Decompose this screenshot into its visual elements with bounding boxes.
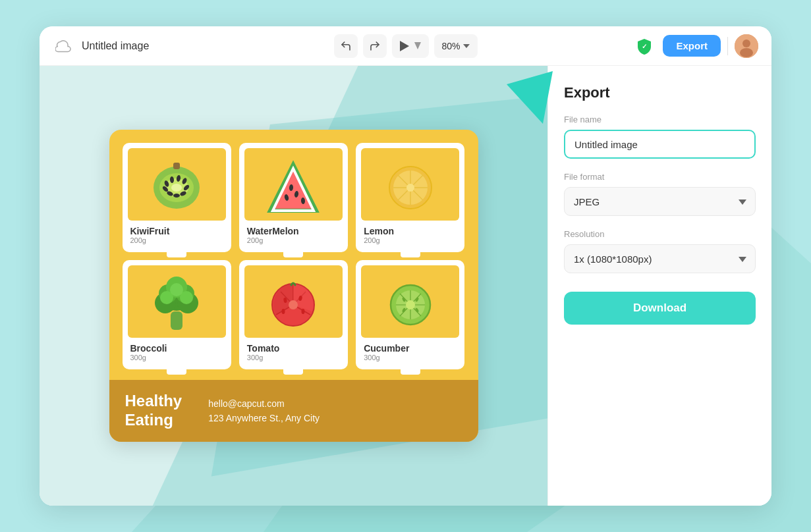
body: KiwiFruit 200g: [40, 66, 771, 506]
undo-button[interactable]: [333, 34, 357, 58]
footer-title: Healthy Eating: [125, 392, 182, 430]
fruit-item-kiwi: KiwiFruit 200g: [123, 143, 231, 252]
fruit-weight-broccoli: 300g: [128, 354, 226, 361]
download-button[interactable]: Download: [564, 292, 756, 325]
file-name-label: File name: [564, 115, 756, 124]
resolution-label: Resolution: [564, 229, 756, 239]
footer-email: hello@capcut.com: [208, 396, 320, 411]
footer-contact: hello@capcut.com 123 Anywhere St., Any C…: [208, 396, 320, 426]
broccoli-image: [128, 265, 226, 338]
zoom-label: 80%: [441, 41, 460, 51]
play-button[interactable]: [391, 34, 428, 58]
resolution-field: Resolution 1x (1080*1080px) 2x (2160*216…: [564, 229, 756, 273]
svg-marker-2: [399, 41, 408, 51]
file-format-select[interactable]: JPEG PNG PDF SVG: [564, 187, 756, 216]
toolbar: Untitled image: [40, 26, 771, 66]
fruit-weight-cucumber: 300g: [361, 354, 459, 361]
fruit-name-cucumber: Cucumber: [361, 343, 459, 354]
design-footer: Healthy Eating hello@capcut.com 123 Anyw…: [109, 380, 478, 442]
fruit-item-broccoli: Broccoli 300g: [123, 260, 231, 369]
fruit-weight-watermelon: 200g: [244, 236, 343, 244]
svg-point-48: [170, 283, 183, 296]
svg-point-53: [302, 309, 305, 314]
svg-point-54: [282, 309, 285, 314]
file-name-input[interactable]: [564, 130, 756, 159]
panel-title: Export: [564, 84, 756, 101]
export-panel: Export File name File format JPEG PNG PD…: [547, 66, 771, 506]
fruit-item-cucumber: Cucumber 300g: [356, 260, 464, 369]
svg-rect-24: [173, 163, 180, 169]
fruit-name-broccoli: Broccoli: [128, 343, 226, 354]
svg-point-14: [171, 184, 182, 192]
toolbar-center: 80%: [333, 34, 477, 58]
cloud-icon: [53, 36, 74, 57]
toolbar-right: ✓ Export: [632, 34, 758, 58]
resolution-select[interactable]: 1x (1080*1080px) 2x (2160*2160px) 0.5x (…: [564, 244, 756, 273]
fruit-weight-lemon: 200g: [361, 236, 459, 244]
fruit-weight-tomato: 300g: [244, 354, 343, 361]
tomato-image: [244, 265, 343, 338]
document-title: Untitled image: [82, 40, 149, 52]
lemon-image: [361, 148, 459, 221]
svg-text:✓: ✓: [642, 43, 647, 50]
svg-marker-3: [414, 42, 420, 49]
toolbar-divider: [727, 37, 728, 55]
file-name-field: File name: [564, 115, 756, 159]
shield-icon: ✓: [632, 34, 656, 58]
fruit-item-watermelon: WaterMelon 200g: [239, 143, 348, 252]
design-card: KiwiFruit 200g: [109, 130, 478, 442]
watermelon-image: [244, 148, 343, 221]
fruit-item-tomato: Tomato 300g: [239, 260, 348, 369]
main-card: Untitled image: [40, 26, 771, 506]
svg-point-21: [173, 194, 180, 198]
fruit-name-lemon: Lemon: [361, 226, 459, 236]
cucumber-image: [361, 265, 459, 338]
svg-point-8: [740, 48, 753, 57]
file-format-label: File format: [564, 172, 756, 182]
export-button[interactable]: Export: [663, 35, 721, 57]
canvas-area: KiwiFruit 200g: [40, 66, 547, 506]
footer-address: 123 Anywhere St., Any City: [208, 411, 320, 425]
redo-button[interactable]: [362, 34, 386, 58]
svg-point-61: [406, 300, 415, 309]
fruit-name-tomato: Tomato: [244, 343, 343, 354]
fruit-name-watermelon: WaterMelon: [244, 226, 343, 236]
kiwi-image: [128, 148, 226, 221]
fruit-item-lemon: Lemon 200g: [356, 143, 464, 252]
svg-rect-39: [171, 311, 182, 330]
file-format-select-wrap: JPEG PNG PDF SVG: [564, 187, 756, 216]
svg-point-7: [742, 40, 750, 47]
fruit-grid: KiwiFruit 200g: [123, 143, 465, 369]
resolution-select-wrap: 1x (1080*1080px) 2x (2160*2160px) 0.5x (…: [564, 244, 756, 273]
svg-marker-4: [463, 44, 470, 48]
svg-point-50: [289, 300, 298, 309]
fruit-name-kiwi: KiwiFruit: [128, 226, 226, 236]
zoom-control[interactable]: 80%: [433, 34, 477, 58]
fruit-weight-kiwi: 200g: [128, 236, 226, 244]
svg-point-38: [406, 184, 414, 192]
avatar: [735, 34, 758, 58]
file-format-field: File format JPEG PNG PDF SVG: [564, 172, 756, 216]
